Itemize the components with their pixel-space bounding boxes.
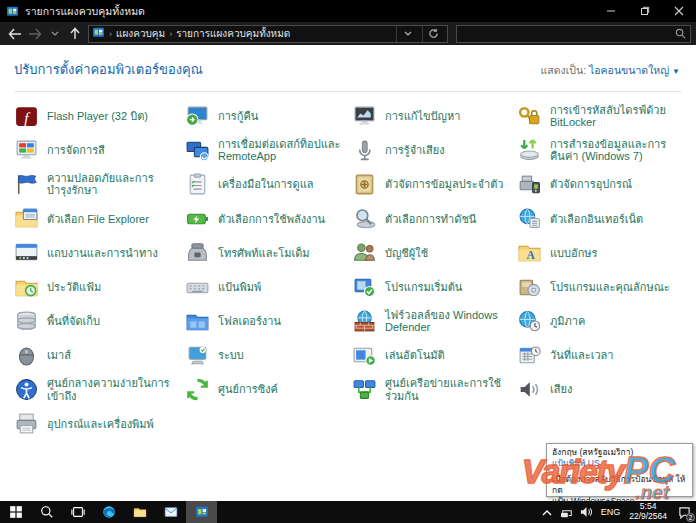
item-label: ตัวเลือกการทำดัชนี bbox=[385, 213, 476, 225]
control-panel-item-region[interactable]: ภูมิภาค bbox=[517, 309, 696, 334]
refresh-button[interactable] bbox=[422, 26, 444, 42]
control-panel-item-backup-restore[interactable]: การสำรองข้อมูลและการคืนค่า (Windows 7) bbox=[517, 138, 696, 163]
item-label: วันที่และเวลา bbox=[550, 349, 614, 361]
control-panel-item-power-options[interactable]: ตัวเลือกการใช้พลังงาน bbox=[185, 206, 352, 231]
up-button[interactable] bbox=[65, 24, 85, 44]
minimize-button[interactable] bbox=[594, 0, 628, 22]
control-panel-item-sound[interactable]: เสียง bbox=[517, 377, 696, 402]
back-icon bbox=[8, 28, 22, 40]
control-panel-item-bitlocker[interactable]: การเข้ารหัสลับไดรฟ์ด้วย BitLocker bbox=[517, 104, 696, 129]
control-panel-item-date-time[interactable]: วันที่และเวลา bbox=[517, 343, 696, 368]
start-icon bbox=[9, 505, 23, 519]
item-label: ตัวเลือกการใช้พลังงาน bbox=[218, 213, 325, 225]
forward-button[interactable] bbox=[25, 24, 45, 44]
recovery-icon bbox=[185, 104, 210, 129]
control-panel-item-security-maintenance[interactable]: ความปลอดภัยและการบำรุงรักษา bbox=[14, 172, 185, 197]
recent-pages-button[interactable] bbox=[45, 24, 65, 44]
taskbar-task-view-button[interactable] bbox=[62, 501, 93, 523]
view-by-caret-icon[interactable]: ▼ bbox=[672, 67, 680, 76]
sync-center-icon bbox=[185, 377, 210, 402]
control-panel-item-speech-recognition[interactable]: การรู้จำเสียง bbox=[352, 138, 517, 163]
item-label: การกู้คืน bbox=[218, 110, 258, 122]
control-panel-item-user-accounts[interactable]: บัญชีผู้ใช้ bbox=[352, 240, 517, 265]
system-icon bbox=[185, 343, 210, 368]
programs-features-icon bbox=[517, 275, 542, 300]
control-panel-item-ease-of-access[interactable]: ศูนย์กลางความง่ายในการเข้าถึง bbox=[14, 377, 185, 402]
control-panel-item-mouse[interactable]: เมาส์ bbox=[14, 343, 185, 368]
taskbar-search-button[interactable] bbox=[31, 501, 62, 523]
taskbar-navigation-icon bbox=[14, 240, 39, 265]
item-label: ตัวจัดการข้อมูลประจำตัว bbox=[385, 178, 504, 190]
control-panel-item-color-management[interactable]: การจัดการสี bbox=[14, 138, 185, 163]
mail-icon bbox=[164, 505, 178, 519]
control-panel-item-credential-manager[interactable]: ตัวจัดการข้อมูลประจำตัว bbox=[352, 172, 517, 197]
default-programs-icon bbox=[352, 275, 377, 300]
power-options-icon bbox=[185, 206, 210, 231]
address-bar[interactable]: › แผงควบคุม › รายการแผงควบคุมทั้งหมด bbox=[88, 25, 448, 43]
minimize-icon bbox=[606, 6, 616, 16]
item-label: การรู้จำเสียง bbox=[385, 144, 445, 156]
control-panel-item-internet-options[interactable]: ตัวเลือกอินเทอร์เน็ต bbox=[517, 206, 696, 231]
control-panel-item-sync-center[interactable]: ศูนย์การซิงค์ bbox=[185, 377, 352, 402]
control-panel-item-default-programs[interactable]: โปรแกรมเริ่มต้น bbox=[352, 275, 517, 300]
control-panel-item-programs-features[interactable]: โปรแกรมและคุณลักษณะ bbox=[517, 275, 696, 300]
control-panel-item-indexing-options[interactable]: ตัวเลือกการทำดัชนี bbox=[352, 206, 517, 231]
control-panel-item-device-manager[interactable]: ตัวจัดการอุปกรณ์ bbox=[517, 172, 696, 197]
control-panel-item-flash-player[interactable]: fFlash Player (32 บิต) bbox=[14, 104, 185, 129]
control-panel-item-network-sharing[interactable]: ศูนย์เครือข่ายและการใช้ร่วมกัน bbox=[352, 377, 517, 402]
control-panel-item-storage-spaces[interactable]: พื้นที่จัดเก็บ bbox=[14, 309, 185, 334]
items-grid: fFlash Player (32 บิต)การกู้คืนการแก้ไขป… bbox=[14, 99, 696, 441]
address-dropdown-button[interactable] bbox=[396, 26, 418, 42]
item-label: ศูนย์กลางความง่ายในการเข้าถึง bbox=[47, 377, 175, 402]
maximize-button[interactable] bbox=[628, 0, 662, 22]
taskbar-edge-button[interactable] bbox=[93, 501, 124, 523]
control-panel-item-autoplay[interactable]: เล่นอัตโนมัติ bbox=[352, 343, 517, 368]
item-label: โฟลเดอร์งาน bbox=[218, 315, 281, 327]
control-panel-item-recovery[interactable]: การกู้คืน bbox=[185, 104, 352, 129]
control-panel-item-keyboard[interactable]: แป้นพิมพ์ bbox=[185, 275, 352, 300]
control-panel-item-file-history[interactable]: ประวัติแฟ้ม bbox=[14, 275, 185, 300]
search-input[interactable] bbox=[461, 28, 675, 39]
control-panel-item-administrative-tools[interactable]: เครื่องมือในการดูแล bbox=[185, 172, 352, 197]
item-label: โปรแกรมและคุณลักษณะ bbox=[550, 281, 670, 293]
network-sharing-icon bbox=[352, 377, 377, 402]
taskbar-mail-button[interactable] bbox=[155, 501, 186, 523]
breadcrumb-app-icon bbox=[92, 26, 105, 41]
control-panel-item-taskbar-navigation[interactable]: แถบงานและการนำทาง bbox=[14, 240, 185, 265]
back-button[interactable] bbox=[5, 24, 25, 44]
control-panel-item-remoteapp[interactable]: การเชื่อมต่อเดสก์ท็อปและ RemoteApp bbox=[185, 138, 352, 163]
date-time-icon bbox=[517, 343, 542, 368]
control-panel-item-fonts[interactable]: Aแบบอักษร bbox=[517, 240, 696, 265]
control-panel-item-system[interactable]: ระบบ bbox=[185, 343, 352, 368]
taskbar-start-button[interactable] bbox=[0, 501, 31, 523]
tooltip-language: อังกฤษ (สหรัฐอเมริกา) bbox=[552, 447, 687, 458]
control-panel-item-work-folders[interactable]: โฟลเดอร์งาน bbox=[185, 309, 352, 334]
internet-options-icon bbox=[517, 206, 542, 231]
search-box[interactable] bbox=[456, 25, 691, 43]
item-label: พื้นที่จัดเก็บ bbox=[47, 315, 100, 327]
keyboard-icon bbox=[185, 275, 210, 300]
view-by-link[interactable]: ไอคอนขนาดใหญ่ bbox=[589, 64, 669, 76]
taskbar-file-explorer-button[interactable] bbox=[124, 501, 155, 523]
item-label: ศูนย์การซิงค์ bbox=[218, 383, 278, 395]
header-divider bbox=[14, 91, 682, 92]
credential-manager-icon bbox=[352, 172, 377, 197]
control-panel-item-defender-firewall[interactable]: ไฟร์วอลล์ของ Windows Defender bbox=[352, 309, 517, 334]
control-panel-item-troubleshooting[interactable]: การแก้ไขปัญหา bbox=[352, 104, 517, 129]
language-tooltip: อังกฤษ (สหรัฐอเมริกา) แป้นพิมพ์ US เมื่อ… bbox=[546, 443, 693, 497]
page-title: ปรับการตั้งค่าคอมพิวเตอร์ของคุณ bbox=[14, 59, 203, 80]
breadcrumb-all-items[interactable]: รายการแผงควบคุมทั้งหมด bbox=[176, 26, 290, 41]
defender-firewall-icon bbox=[352, 309, 377, 334]
control-panel-item-devices-printers[interactable]: อุปกรณ์และเครื่องพิมพ์ bbox=[14, 411, 185, 436]
control-panel-item-file-explorer-options[interactable]: ตัวเลือก File Explorer bbox=[14, 206, 185, 231]
item-label: ระบบ bbox=[218, 349, 244, 361]
language-indicator[interactable]: ENG bbox=[597, 507, 625, 517]
speech-recognition-icon bbox=[352, 138, 377, 163]
breadcrumb-control-panel[interactable]: แผงควบคุม bbox=[116, 26, 165, 41]
taskbar-control-panel-button[interactable] bbox=[186, 501, 217, 523]
item-label: แป้นพิมพ์ bbox=[218, 281, 261, 293]
item-label: โทรศัพท์และโมเด็ม bbox=[218, 247, 310, 259]
close-button[interactable] bbox=[662, 0, 696, 22]
control-panel-item-phone-modem[interactable]: โทรศัพท์และโมเด็ม bbox=[185, 240, 352, 265]
file-explorer-icon bbox=[133, 505, 147, 519]
